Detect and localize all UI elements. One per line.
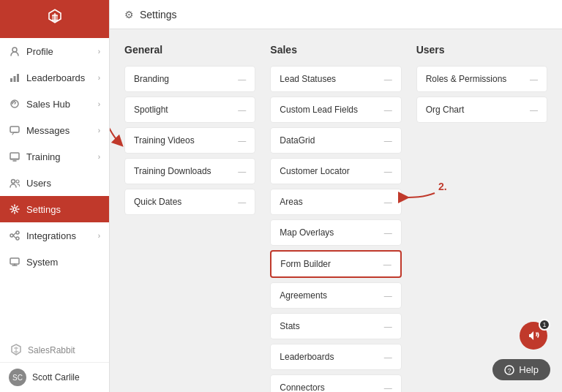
main-body: General Branding — Spotlight — Training …	[110, 29, 562, 392]
general-branding-label: Branding	[134, 74, 169, 84]
sales-map-overlays-item[interactable]: Map Overlays —	[270, 219, 401, 246]
sidebar-item-settings[interactable]: Settings	[0, 196, 109, 222]
sidebar-item-profile[interactable]: Profile ›	[0, 38, 109, 64]
arrow-icon: —	[384, 197, 392, 206]
arrow-icon: —	[384, 228, 392, 237]
main-header: ⚙ Settings	[110, 0, 562, 29]
sales-form-builder-item[interactable]: Form Builder —	[270, 250, 401, 278]
users-org-chart-label: Org Chart	[426, 105, 465, 115]
sidebar: Profile › Leaderboards › Sales Hub ›	[0, 0, 110, 392]
sales-form-builder-label: Form Builder	[280, 259, 331, 269]
sidebar-item-messages[interactable]: Messages ›	[0, 117, 109, 143]
sidebar-logo	[0, 0, 109, 38]
general-training-videos-label: Training Videos	[134, 135, 195, 146]
general-quick-dates-label: Quick Dates	[134, 197, 181, 207]
saleshub-icon	[9, 98, 20, 110]
help-label: Help	[519, 364, 539, 375]
general-column-title: General	[124, 44, 255, 56]
sales-customer-locator-label: Customer Locator	[280, 166, 349, 176]
sales-connectors-item[interactable]: Connectors —	[270, 374, 401, 392]
chevron-icon: ›	[98, 100, 100, 108]
sidebar-nav: Profile › Leaderboards › Sales Hub ›	[0, 38, 109, 339]
sales-stats-label: Stats	[280, 321, 299, 331]
sales-agreements-label: Agreements	[280, 290, 327, 301]
sidebar-item-saleshub[interactable]: Sales Hub ›	[0, 91, 109, 117]
chevron-icon: ›	[98, 232, 100, 240]
arrow-icon: —	[384, 136, 392, 145]
leaderboards-icon	[9, 72, 20, 83]
chevron-icon: ›	[98, 127, 100, 135]
notification-badge: 1	[539, 319, 550, 331]
users-roles-permissions-item[interactable]: Roles & Permissions —	[416, 66, 547, 92]
sales-areas-label: Areas	[280, 197, 302, 207]
sidebar-label-users: Users	[26, 178, 51, 189]
sidebar-label-messages: Messages	[26, 125, 70, 136]
general-column: General Branding — Spotlight — Training …	[124, 44, 255, 377]
sidebar-item-users[interactable]: Users	[0, 170, 109, 196]
page-title: Settings	[140, 9, 177, 20]
svg-rect-5	[10, 127, 19, 132]
arrow-icon: —	[238, 75, 246, 83]
general-training-downloads-label: Training Downloads	[134, 166, 211, 176]
arrow-icon: —	[238, 167, 246, 176]
svg-point-10	[10, 234, 13, 237]
sales-customer-locator-item[interactable]: Customer Locator —	[270, 158, 401, 184]
users-org-chart-item[interactable]: Org Chart —	[416, 97, 547, 123]
megaphone-icon	[527, 329, 540, 342]
svg-rect-2	[14, 76, 16, 82]
sales-datagrid-item[interactable]: DataGrid —	[270, 127, 401, 154]
messages-icon	[9, 124, 20, 136]
sales-agreements-item[interactable]: Agreements —	[270, 282, 401, 309]
sidebar-label-system: System	[26, 257, 58, 268]
sales-custom-lead-fields-item[interactable]: Custom Lead Fields —	[270, 97, 401, 123]
arrow-icon: —	[384, 322, 392, 331]
svg-point-9	[13, 208, 16, 211]
sales-areas-item[interactable]: Areas —	[270, 189, 401, 215]
arrow-icon: —	[384, 353, 392, 361]
sales-column-title: Sales	[270, 44, 401, 56]
sales-stats-item[interactable]: Stats —	[270, 313, 401, 339]
arrow-icon: —	[384, 291, 392, 300]
general-training-downloads-item[interactable]: Training Downloads —	[124, 158, 255, 184]
sales-leaderboards-item[interactable]: Leaderboards —	[270, 344, 401, 370]
help-button[interactable]: ? Help	[492, 359, 550, 380]
chevron-icon: ›	[98, 48, 100, 56]
arrow-icon: —	[383, 260, 391, 268]
sales-lead-statuses-item[interactable]: Lead Statuses —	[270, 66, 401, 92]
main-content: ⚙ Settings General Branding — Spotlight …	[110, 0, 562, 392]
general-quick-dates-item[interactable]: Quick Dates —	[124, 189, 255, 215]
sales-custom-lead-fields-label: Custom Lead Fields	[280, 105, 358, 115]
arrow-icon: —	[384, 75, 392, 83]
arrow-icon: —	[384, 167, 392, 176]
user-name: Scott Carlile	[32, 372, 80, 382]
arrow-icon: —	[238, 105, 246, 114]
general-spotlight-item[interactable]: Spotlight —	[124, 97, 255, 123]
arrow-icon: —	[238, 136, 246, 145]
sales-datagrid-label: DataGrid	[280, 135, 315, 146]
sidebar-item-system[interactable]: System	[0, 249, 109, 275]
sales-connectors-label: Connectors	[280, 382, 324, 392]
sales-leaderboards-label: Leaderboards	[280, 352, 334, 362]
sidebar-label-settings: Settings	[26, 204, 61, 215]
sidebar-item-integrations[interactable]: Integrations ›	[0, 222, 109, 249]
svg-rect-1	[10, 78, 12, 82]
sidebar-item-leaderboards[interactable]: Leaderboards ›	[0, 64, 109, 91]
arrow-icon: —	[530, 75, 538, 83]
sidebar-brand: SalesRabbit	[0, 339, 109, 362]
arrow-icon: —	[238, 197, 246, 206]
sales-map-overlays-label: Map Overlays	[280, 227, 334, 238]
chevron-icon: ›	[98, 153, 100, 161]
general-branding-item[interactable]: Branding —	[124, 66, 255, 92]
sidebar-label-training: Training	[26, 151, 60, 162]
sidebar-label-profile: Profile	[26, 46, 53, 57]
sidebar-item-training[interactable]: Training ›	[0, 143, 109, 170]
training-icon	[9, 151, 20, 162]
app-logo-icon	[43, 7, 67, 31]
integrations-icon	[9, 230, 20, 241]
general-spotlight-label: Spotlight	[134, 105, 168, 115]
profile-icon	[9, 45, 20, 57]
sidebar-user: SC Scott Carlile	[0, 362, 109, 392]
sales-column: Sales Lead Statuses — Custom Lead Fields…	[270, 44, 401, 377]
general-training-videos-item[interactable]: Training Videos —	[124, 127, 255, 154]
users-column-title: Users	[416, 44, 547, 56]
